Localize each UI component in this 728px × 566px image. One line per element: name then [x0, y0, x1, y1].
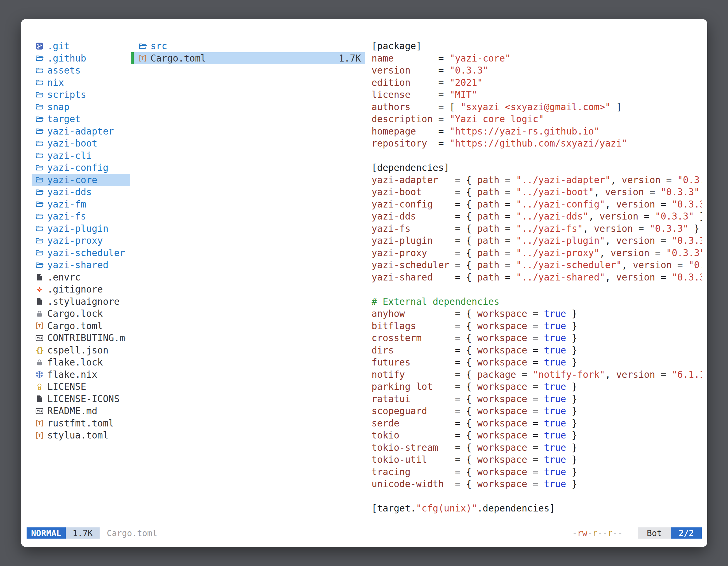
file-entry-license-icons[interactable]: LICENSE-ICONS: [32, 393, 130, 405]
preview-line: tokio-stream = { workspace = true }: [372, 441, 702, 454]
preview-line: yazi-fs = { path = "../yazi-fs", version…: [372, 223, 702, 235]
file-entry-rustfmt-toml[interactable]: rustfmt.toml: [32, 417, 130, 429]
file-entry-cargo-toml[interactable]: Cargo.toml: [32, 320, 130, 332]
preview-line: crossterm = { workspace = true }: [372, 332, 702, 344]
file-entry-nix[interactable]: nix: [32, 77, 130, 89]
entry-label: README.md: [47, 405, 97, 416]
current-directory-pane[interactable]: srcCargo.toml1.7K: [131, 40, 365, 516]
file-entry-src[interactable]: src: [131, 40, 365, 52]
folder-icon: [35, 139, 44, 148]
file-entry-flake-lock[interactable]: flake.lock: [32, 356, 130, 368]
entry-label: .envrc: [47, 272, 81, 283]
file-entry-yazi-cli[interactable]: yazi-cli: [32, 150, 130, 162]
file-entry-yazi-core[interactable]: yazi-core: [32, 174, 130, 186]
preview-line: yazi-proxy = { path = "../yazi-proxy", v…: [372, 247, 702, 259]
folder-icon: [35, 187, 44, 197]
preview-line: parking_lot = { workspace = true }: [372, 380, 702, 393]
markdown-icon: [35, 406, 44, 416]
file-entry-yazi-boot[interactable]: yazi-boot: [32, 137, 130, 150]
preview-line: yazi-dds = { path = "../yazi-dds", versi…: [372, 210, 702, 223]
file-entry--styluaignore[interactable]: .styluaignore: [32, 295, 130, 308]
folder-icon: [35, 102, 44, 112]
entry-label: snap: [47, 102, 69, 112]
toml-icon: [138, 53, 147, 63]
file-entry-yazi-fm[interactable]: yazi-fm: [32, 198, 130, 211]
file-entry-snap[interactable]: snap: [32, 101, 130, 113]
preview-line: [target."cfg(unix)".dependencies]: [372, 502, 702, 515]
preview-line: anyhow = { workspace = true }: [372, 307, 702, 320]
lock-icon: [35, 309, 44, 318]
panes-container: .git.githubassetsnixscriptssnaptargetyaz…: [32, 40, 702, 516]
file-entry-yazi-scheduler[interactable]: yazi-scheduler: [32, 247, 130, 259]
file-entry-contributing-md[interactable]: CONTRIBUTING.md: [32, 332, 130, 344]
folder-icon: [35, 163, 44, 173]
preview-line: [372, 490, 702, 502]
preview-line: yazi-boot = { path = "../yazi-boot", ver…: [372, 186, 702, 198]
folder-icon: [35, 151, 44, 160]
preview-line: ratatui = { workspace = true }: [372, 393, 702, 405]
file-entry-assets[interactable]: assets: [32, 64, 130, 77]
folder-icon: [138, 41, 147, 51]
folder-icon: [35, 261, 44, 270]
markdown-icon: [35, 333, 44, 343]
entry-label: LICENSE: [47, 381, 86, 392]
preview-line: version = "0.3.3": [372, 64, 702, 77]
file-permissions: -rw-r--r--: [572, 528, 623, 538]
file-entry-target[interactable]: target: [32, 113, 130, 125]
folder-icon: [35, 212, 44, 221]
gitignore-icon: [35, 285, 44, 294]
file-entry-cargo-lock[interactable]: Cargo.lock: [32, 307, 130, 320]
preview-line: edition = "2021": [372, 77, 702, 89]
folder-icon: [35, 175, 44, 185]
entry-label: .styluaignore: [47, 296, 119, 307]
preview-line: futures = { workspace = true }: [372, 356, 702, 368]
file-entry--gitignore[interactable]: .gitignore: [32, 283, 130, 295]
preview-line: yazi-shared = { path = "../yazi-shared",…: [372, 271, 702, 283]
file-entry-yazi-adapter[interactable]: yazi-adapter: [32, 125, 130, 138]
folder-icon: [35, 114, 44, 124]
folder-icon: [35, 78, 44, 87]
entry-label: .gitignore: [47, 284, 103, 295]
entry-label: rustfmt.toml: [47, 418, 114, 429]
file-entry-cargo-toml[interactable]: Cargo.toml1.7K: [131, 52, 365, 65]
file-entry-yazi-fs[interactable]: yazi-fs: [32, 210, 130, 223]
preview-line: yazi-adapter = { path = "../yazi-adapter…: [372, 174, 702, 186]
entry-label: yazi-scheduler: [47, 248, 125, 259]
entry-label: yazi-cli: [47, 150, 92, 161]
file-entry-yazi-plugin[interactable]: yazi-plugin: [32, 223, 130, 235]
entry-label: flake.lock: [47, 357, 103, 368]
file-entry-stylua-toml[interactable]: stylua.toml: [32, 429, 130, 441]
file-preview-pane[interactable]: [package]name = "yazi-core"version = "0.…: [372, 40, 702, 516]
toml-icon: [35, 418, 44, 428]
file-entry-readme-md[interactable]: README.md: [32, 405, 130, 417]
folder-icon: [35, 248, 44, 258]
file-entry--envrc[interactable]: .envrc: [32, 271, 130, 283]
yazi-file-manager-window: .git.githubassetsnixscriptssnaptargetyaz…: [21, 19, 707, 547]
preview-line: tokio-util = { workspace = true }: [372, 454, 702, 466]
preview-line: homepage = "https://yazi-rs.github.io": [372, 125, 702, 138]
file-entry--git[interactable]: .git: [32, 40, 130, 52]
file-entry-yazi-proxy[interactable]: yazi-proxy: [32, 235, 130, 247]
preview-line: repository = "https://github.com/sxyazi/…: [372, 137, 702, 150]
json-icon: {}: [35, 345, 44, 355]
entry-label: src: [151, 41, 167, 51]
file-entry-scripts[interactable]: scripts: [32, 89, 130, 101]
file-entry-flake-nix[interactable]: flake.nix: [32, 368, 130, 381]
entry-label: yazi-shared: [47, 260, 109, 271]
file-entry--github[interactable]: .github: [32, 52, 130, 65]
parent-directory-pane[interactable]: .git.githubassetsnixscriptssnaptargetyaz…: [32, 40, 130, 516]
folder-icon: [35, 236, 44, 246]
preview-line: license = "MIT": [372, 89, 702, 101]
file-entry-yazi-dds[interactable]: yazi-dds: [32, 186, 130, 198]
file-entry-cspell-json[interactable]: {}cspell.json: [32, 344, 130, 356]
entry-label: stylua.toml: [47, 430, 109, 441]
file-entry-yazi-config[interactable]: yazi-config: [32, 162, 130, 174]
entry-label: Cargo.toml: [151, 53, 206, 64]
preview-line: [dependencies]: [372, 162, 702, 174]
preview-line: authors = [ "sxyazi <sxyazi@gmail.com>" …: [372, 101, 702, 113]
entry-label: LICENSE-ICONS: [47, 393, 119, 404]
status-bar-left: NORMAL 1.7K Cargo.toml: [27, 527, 157, 539]
file-entry-license[interactable]: LICENSE: [32, 380, 130, 393]
file-entry-yazi-shared[interactable]: yazi-shared: [32, 259, 130, 271]
preview-line: tokio = { workspace = true }: [372, 429, 702, 441]
